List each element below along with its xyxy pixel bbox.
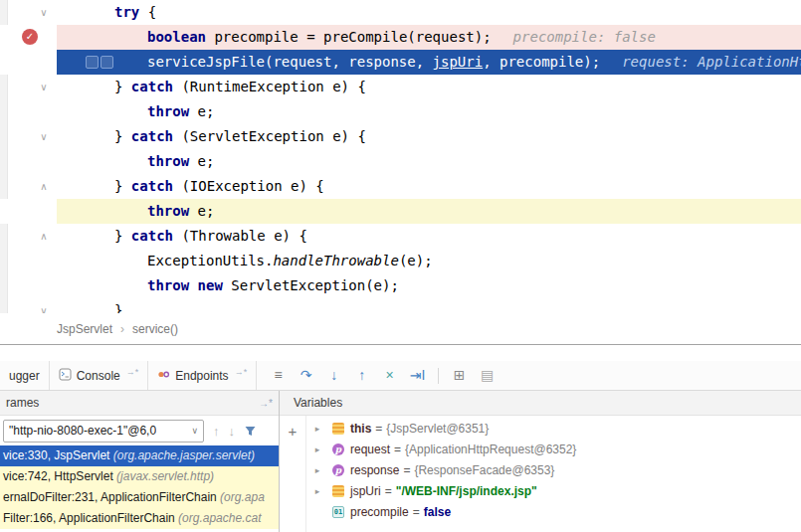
code-line-0[interactable]: try { — [0, 0, 801, 25]
code-segment: throw — [147, 103, 189, 119]
code-segment: catch — [131, 128, 173, 144]
breadcrumb-item[interactable]: JspServlet — [57, 322, 112, 336]
code-segment: boolean — [147, 29, 206, 45]
primitive-icon: 01 — [332, 506, 344, 518]
intellij-debug-window: try {boolean precompile = preCompile(req… — [0, 0, 801, 532]
run-to-cursor-icon[interactable]: ⇥I — [404, 361, 431, 390]
breakpoint-icon[interactable]: ✓ — [22, 29, 38, 45]
endpoints-icon — [157, 368, 170, 384]
code-line-5[interactable]: } catch (ServletException e) { — [0, 124, 801, 149]
code-line-1[interactable]: boolean precompile = preCompile(request)… — [0, 25, 801, 50]
chevron-down-icon: ∨ — [191, 426, 198, 436]
variable-name: precompile — [350, 505, 409, 519]
variable-value: {ResponseFacade@6353} — [414, 463, 554, 477]
code-line-2[interactable]: serviceJspFile(request, response, jspUri… — [0, 50, 801, 75]
tab-badge-icon: →* — [235, 367, 248, 377]
code-line-11[interactable]: throw new ServletException(e); — [0, 273, 801, 298]
code-line-9[interactable]: } catch (Throwable e) { — [0, 224, 801, 249]
variables-panel-title: Variables — [294, 396, 342, 410]
code-editor[interactable]: try {boolean precompile = preCompile(req… — [0, 0, 801, 313]
inline-debug-hint: request: ApplicationHttpRe — [622, 54, 801, 70]
variable-row-precompile[interactable]: 01precompile=false — [306, 501, 801, 522]
frames-panel-title: rames — [6, 396, 39, 410]
stack-frame-row[interactable]: vice:742, HttpServlet (javax.servlet.htt… — [0, 466, 279, 487]
code-segment: (ServletException e) { — [173, 128, 366, 144]
frame-package: (org.apache.jasper.servlet) — [113, 448, 255, 462]
frame-package: (javax.servlet.http) — [116, 469, 214, 483]
more-view-icon[interactable]: ▤ — [474, 361, 501, 390]
tab-console[interactable]: Console→* — [50, 361, 149, 390]
parameter-icon: p — [332, 464, 344, 476]
hide-library-frames-filter-icon[interactable] — [244, 425, 257, 438]
expand-chevron-icon[interactable]: ▸ — [310, 424, 324, 434]
parameter-icon: p — [332, 443, 344, 455]
table-view-icon[interactable]: ⊞ — [446, 361, 473, 390]
code-segment: ExceptionUtils. — [147, 253, 273, 268]
code-segment: new — [198, 277, 223, 293]
code-segment: } — [114, 302, 122, 313]
tab-badge-icon: →* — [126, 367, 139, 377]
variables-panel-header: Variables — [280, 391, 801, 416]
variable-name: this — [350, 422, 371, 436]
variable-row-this[interactable]: ▸this={JspServlet@6351} — [306, 418, 801, 439]
code-segment: handleThrowable — [273, 253, 398, 268]
add-watch-button[interactable]: + — [289, 423, 298, 532]
code-lines: try {boolean precompile = preCompile(req… — [0, 0, 801, 313]
thread-selector-dropdown[interactable]: "http-nio-8080-exec-1"@6,0 ∨ — [3, 420, 204, 443]
fold-marker-icon[interactable]: ∨ — [36, 0, 52, 25]
execution-pointer-marker — [86, 56, 99, 69]
code-line-12[interactable]: } — [0, 298, 801, 313]
code-segment: serviceJspFile(request, response, — [147, 54, 433, 70]
variable-row-request[interactable]: ▸prequest={ApplicationHttpRequest@6352} — [306, 439, 801, 459]
step-over-icon[interactable]: ↷ — [293, 361, 319, 390]
code-segment: } — [114, 128, 131, 144]
code-line-3[interactable]: } catch (RuntimeException e) { — [0, 75, 801, 99]
fold-marker-icon[interactable]: ∨ — [36, 75, 52, 99]
frames-toolbar: "http-nio-8080-exec-1"@6,0 ∨ ↑ ↓ — [0, 416, 279, 445]
previous-frame-button[interactable]: ↑ — [213, 424, 220, 439]
fold-marker-icon[interactable]: ∧ — [36, 224, 52, 249]
breadcrumb-item[interactable]: service() — [132, 322, 178, 336]
variable-name: request — [350, 443, 390, 456]
expand-chevron-icon[interactable]: ▸ — [310, 444, 324, 454]
pin-tab-icon[interactable]: →* — [259, 398, 273, 409]
code-segment: catch — [131, 178, 173, 194]
variable-row-response[interactable]: ▸presponse={ResponseFacade@6353} — [306, 459, 801, 480]
code-segment: } — [114, 228, 131, 244]
next-frame-button[interactable]: ↓ — [229, 424, 236, 439]
variables-toolbar: + — [280, 416, 306, 532]
code-line-7[interactable]: } catch (IOException e) { — [0, 174, 801, 199]
tab-ugger[interactable]: ugger — [0, 361, 50, 390]
code-segment: e; — [189, 153, 214, 169]
expand-chevron-icon[interactable]: ▸ — [310, 465, 324, 475]
drop-frame-icon[interactable]: × — [376, 361, 403, 390]
fold-marker-icon[interactable]: ∨ — [36, 124, 52, 149]
variable-row-jspUri[interactable]: ▸jspUri="/WEB-INF/jsp/index.jsp" — [306, 480, 801, 501]
thread-name: "http-nio-8080-exec-1"@6,0 — [9, 424, 156, 438]
debug-toolbar: uggerConsole→*Endpoints→*≡↷↓↑×⇥I⊞▤ — [0, 361, 801, 391]
equals-sign: = — [385, 484, 392, 498]
code-segment: (IOException e) { — [173, 178, 324, 194]
frames-panel-header: rames →* — [0, 391, 279, 416]
step-into-icon[interactable]: ↓ — [320, 361, 347, 390]
code-segment: } — [114, 178, 131, 194]
stack-frame-row[interactable]: vice:330, JspServlet (org.apache.jasper.… — [0, 445, 279, 466]
fold-marker-icon[interactable]: ∨ — [36, 298, 52, 313]
code-line-4[interactable]: throw e; — [0, 99, 801, 124]
expand-chevron-icon[interactable]: ▸ — [310, 486, 324, 496]
code-line-6[interactable]: throw e; — [0, 149, 801, 174]
code-segment: throw — [147, 153, 189, 169]
code-line-8[interactable]: throw e; — [0, 199, 801, 224]
tab-endpoints[interactable]: Endpoints→* — [148, 361, 257, 390]
frame-location: Filter:166, ApplicationFilterChain — [3, 511, 178, 525]
stack-frame-row[interactable]: ernalDoFilter:231, ApplicationFilterChai… — [0, 487, 279, 508]
code-segment: , precompile); — [483, 54, 600, 70]
step-out-icon[interactable]: ↑ — [348, 361, 375, 390]
variable-value: {ApplicationHttpRequest@6352} — [405, 443, 576, 456]
code-line-10[interactable]: ExceptionUtils.handleThrowable(e); — [0, 249, 801, 273]
frames-panel: rames →* "http-nio-8080-exec-1"@6,0 ∨ ↑ … — [0, 391, 280, 532]
stack-frame-row[interactable]: Filter:166, ApplicationFilterChain (org.… — [0, 508, 279, 529]
code-segment: catch — [131, 228, 173, 244]
fold-marker-icon[interactable]: ∧ — [36, 174, 52, 199]
layout-settings-icon[interactable]: ≡ — [265, 361, 292, 390]
